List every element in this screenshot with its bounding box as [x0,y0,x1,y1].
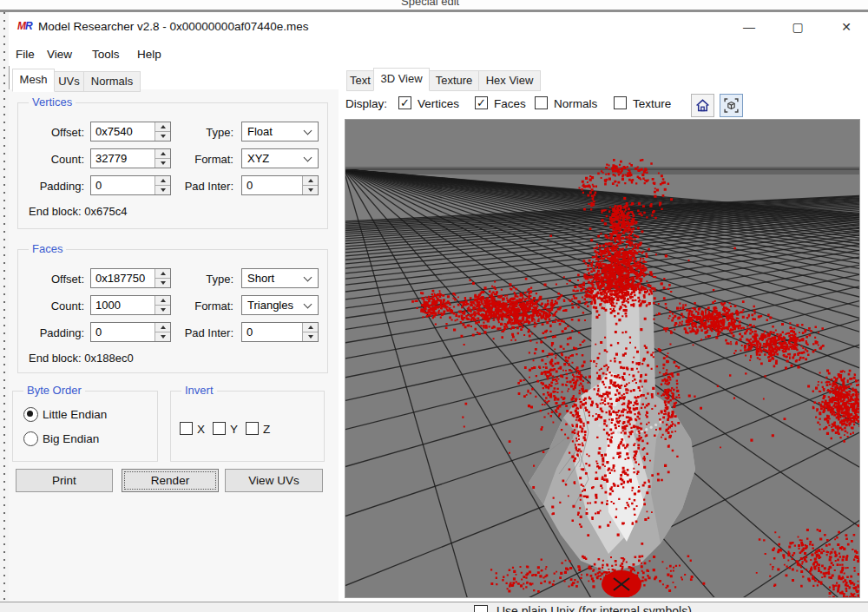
vertices-format-combo[interactable]: XYZ [241,148,319,168]
cube-icon [723,97,740,114]
tab-uvs[interactable]: UVs [54,71,84,92]
display-vertices-label: Vertices [418,97,459,110]
vertices-pad-inter-spinner[interactable] [302,176,318,194]
faces-count-input[interactable] [91,296,155,314]
tab-mesh[interactable]: Mesh [12,69,55,92]
title-bar[interactable]: MR Model Researcher v2.8 - 0x00000000af0… [9,12,868,42]
chevron-down-icon [304,273,312,282]
faces-padding-input[interactable] [91,323,155,341]
close-button[interactable]: ✕ [832,16,861,38]
minimize-button[interactable]: — [734,16,764,38]
menu-file[interactable]: File [12,46,38,63]
offset-label: Offset: [18,126,84,139]
vertices-padding-input[interactable] [91,176,155,194]
vertices-count-input[interactable] [91,149,155,168]
vertices-group: Vertices Offset: Type: Float Count: Form… [17,102,328,229]
display-label: Display: [345,97,387,110]
invert-y-label: Y [230,423,238,436]
background-window-bottom-fragment: Use plain Unix (for internal symbols) [0,602,868,612]
menu-tools[interactable]: Tools [89,46,123,63]
vertices-offset-field[interactable] [90,122,171,141]
dotted-ruler [3,12,5,612]
faces-format-combo[interactable]: Triangles [241,295,319,315]
byte-order-title: Byte Order [23,384,85,397]
vertices-padding-field[interactable] [90,175,171,195]
vertices-group-title: Vertices [29,95,76,109]
pad-inter-label: Pad Inter: [166,180,233,193]
spin-down-button[interactable] [303,332,318,341]
tab-texture[interactable]: Texture [429,70,479,91]
invert-y-checkbox[interactable] [213,422,226,435]
faces-offset-input[interactable] [91,269,155,287]
faces-count-field[interactable] [90,295,171,315]
little-endian-radio[interactable] [23,407,38,422]
display-texture-checkbox[interactable] [614,96,627,109]
tab-3d-view[interactable]: 3D View [373,68,430,91]
menu-help[interactable]: Help [134,46,165,63]
display-normals-label: Normals [554,97,597,110]
vertices-end-block: End block: 0x675c4 [29,205,127,218]
background-checkbox [474,605,488,612]
tab-text[interactable]: Text [346,70,374,91]
faces-pad-inter-spinner[interactable] [302,323,318,341]
invert-group: Invert X Y Z [170,391,325,462]
big-endian-radio[interactable] [23,431,38,446]
faces-group-title: Faces [29,242,66,255]
spin-up-button[interactable] [303,176,318,185]
menu-view[interactable]: View [43,46,76,63]
display-faces-label: Faces [494,97,526,110]
view-uvs-button[interactable]: View UVs [225,469,323,492]
faces-pad-inter-input[interactable] [242,323,302,341]
little-endian-label: Little Endian [43,408,107,421]
faces-group: Faces Offset: Type: Short Count: Format:… [17,249,328,373]
vertices-type-combo[interactable]: Float [241,122,319,141]
padding-label: Padding: [18,326,84,339]
spin-up-button[interactable] [303,323,318,332]
print-button[interactable]: Print [16,469,113,492]
fit-view-button[interactable] [720,94,743,117]
chevron-down-icon [304,127,312,135]
faces-pad-inter-field[interactable] [241,322,319,342]
offset-label: Offset: [18,273,84,286]
viewport-3d[interactable] [345,119,860,598]
display-normals-checkbox[interactable] [535,96,548,109]
home-view-button[interactable] [691,94,714,117]
render-canvas [345,120,859,597]
background-text-fragment: Use plain Unix (for internal symbols) [496,604,692,612]
padding-label: Padding: [18,180,84,193]
menu-bar: File View Tools Help [9,42,868,66]
invert-title: Invert [181,384,217,397]
pad-inter-label: Pad Inter: [166,326,233,339]
faces-type-value: Short [247,272,274,285]
invert-z-label: Z [263,423,270,436]
format-label: Format: [166,153,233,166]
home-icon [695,98,710,113]
app-logo-icon: MR [17,20,32,32]
count-label: Count: [18,153,84,166]
display-texture-label: Texture [633,97,671,110]
render-button[interactable]: Render [122,469,219,492]
display-faces-checkbox[interactable]: ✓ [475,96,488,109]
faces-offset-field[interactable] [90,268,171,288]
tab-hex-view[interactable]: Hex View [478,70,541,91]
faces-format-value: Triangles [247,299,293,312]
invert-x-checkbox[interactable] [180,422,193,435]
vertices-offset-input[interactable] [91,122,155,141]
chevron-down-icon [304,300,312,309]
faces-end-block: End block: 0x188ec0 [29,352,134,365]
faces-padding-field[interactable] [90,322,171,342]
faces-type-combo[interactable]: Short [241,268,319,288]
vertices-count-field[interactable] [90,148,171,168]
maximize-button[interactable]: ▢ [783,16,812,38]
count-label: Count: [18,299,84,313]
display-vertices-checkbox[interactable]: ✓ [398,96,411,109]
vertices-pad-inter-input[interactable] [242,176,302,194]
vertices-type-value: Float [247,125,273,138]
spin-down-button[interactable] [303,185,318,194]
invert-z-checkbox[interactable] [246,422,259,435]
tab-normals[interactable]: Normals [83,71,141,92]
background-window-left-fragment [0,12,9,612]
vertices-format-value: XYZ [247,152,269,165]
vertices-pad-inter-field[interactable] [241,175,319,195]
window-title: Model Researcher v2.8 - 0x00000000af0744… [38,20,308,33]
